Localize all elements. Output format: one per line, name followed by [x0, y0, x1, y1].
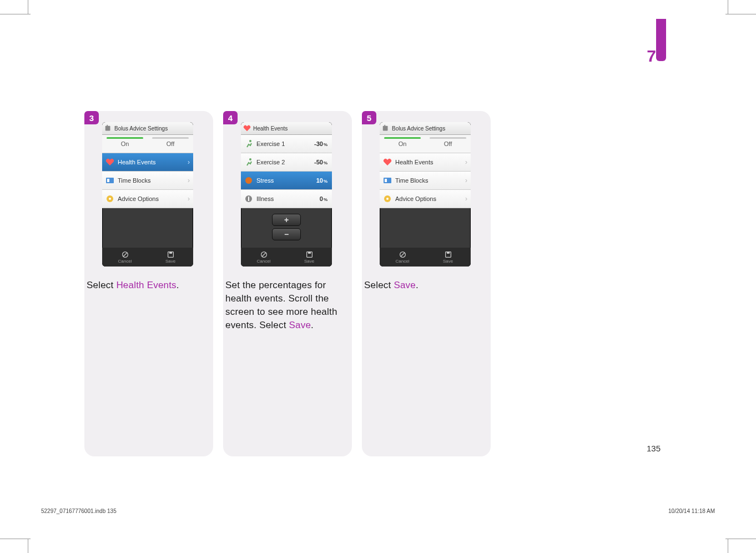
caption-highlight: Save	[289, 320, 311, 330]
chevron-right-icon: ›	[465, 195, 467, 203]
row-health-events[interactable]: Health Events ›	[380, 153, 471, 172]
row-exercise-2[interactable]: Exercise 2 -50%	[241, 153, 332, 172]
device-screen: Bolus Advice Settings On Off Health Even…	[380, 122, 471, 267]
svg-point-12	[245, 177, 252, 184]
toggle-on[interactable]: On	[380, 140, 425, 147]
save-button[interactable]: Save	[286, 248, 332, 267]
chapter-tab	[656, 19, 666, 61]
screen-footer: Cancel Save	[102, 248, 193, 267]
save-label: Save	[165, 259, 175, 264]
row-label: Stress	[256, 177, 274, 184]
caption-text: .	[311, 320, 314, 330]
settings-icon	[104, 124, 112, 132]
crop-mark	[0, 539, 31, 539]
minus-button[interactable]: −	[272, 228, 301, 240]
row-label: Advice Options	[395, 195, 436, 202]
page: { "chapter": "7", "page_number": "135", …	[0, 0, 756, 553]
screen-title: Health Events	[253, 125, 288, 132]
cancel-label: Cancel	[118, 259, 132, 264]
svg-line-16	[262, 253, 266, 257]
row-stress[interactable]: Stress 10%	[241, 172, 332, 190]
plus-button[interactable]: +	[272, 214, 301, 226]
caption-text: Set the percentages for health events. S…	[225, 280, 337, 330]
chevron-right-icon: ›	[188, 158, 190, 166]
step-caption: Select Health Events.	[84, 279, 218, 292]
row-value: -30%	[314, 140, 329, 147]
svg-point-11	[249, 158, 251, 160]
save-button[interactable]: Save	[148, 248, 193, 267]
crop-mark	[728, 0, 728, 14]
cancel-button[interactable]: Cancel	[380, 248, 425, 267]
titlebar: Bolus Advice Settings	[102, 122, 193, 135]
exercise-icon	[244, 139, 253, 148]
step-caption: Select Save.	[362, 279, 495, 292]
step-caption: Set the percentages for health events. S…	[223, 279, 356, 332]
caption-highlight: Health Events	[116, 280, 176, 290]
chapter-number: 7	[647, 47, 656, 66]
device-screen: Bolus Advice Settings On Off Health Even…	[102, 122, 193, 267]
caption-highlight: Save	[394, 280, 416, 290]
svg-rect-9	[169, 252, 172, 253]
svg-line-7	[123, 253, 127, 257]
row-exercise-1[interactable]: Exercise 1 -30%	[241, 135, 332, 153]
on-off-toggle[interactable]: On Off	[102, 135, 193, 153]
svg-rect-19	[383, 126, 388, 131]
svg-point-10	[249, 140, 251, 142]
row-time-blocks[interactable]: Time Blocks ›	[102, 172, 193, 190]
crop-mark	[728, 539, 728, 553]
row-value: 0%	[320, 195, 329, 202]
save-label: Save	[304, 259, 314, 264]
caption-text: .	[416, 280, 419, 290]
crop-mark	[725, 14, 756, 14]
row-advice-options[interactable]: Advice Options ›	[380, 190, 471, 208]
row-time-blocks[interactable]: Time Blocks ›	[380, 172, 471, 190]
toggle-off[interactable]: Off	[148, 140, 193, 147]
step-cards: 3 Bolus Advice Settings On Off Health Ev…	[84, 111, 491, 456]
step-card-3: 3 Bolus Advice Settings On Off Health Ev…	[84, 111, 213, 456]
cancel-label: Cancel	[257, 259, 271, 264]
cancel-label: Cancel	[396, 259, 410, 264]
save-button[interactable]: Save	[425, 248, 471, 267]
row-label: Time Blocks	[118, 177, 151, 184]
heart-icon	[383, 158, 392, 167]
crop-mark	[725, 539, 756, 539]
svg-line-26	[401, 253, 405, 257]
row-label: Time Blocks	[395, 177, 429, 184]
page-number: 135	[647, 444, 661, 453]
svg-rect-14	[248, 197, 249, 201]
chevron-right-icon: ›	[188, 195, 190, 203]
svg-rect-3	[107, 179, 109, 182]
crop-mark	[28, 0, 28, 14]
toggle-on[interactable]: On	[102, 140, 148, 147]
row-value: -50%	[314, 159, 329, 165]
on-off-toggle[interactable]: On Off	[380, 135, 471, 153]
svg-rect-18	[308, 252, 311, 253]
svg-rect-0	[105, 126, 110, 131]
row-advice-options[interactable]: Advice Options ›	[102, 190, 193, 208]
row-label: Exercise 1	[256, 140, 285, 147]
row-health-events[interactable]: Health Events ›	[102, 153, 193, 172]
step-badge: 4	[223, 111, 238, 124]
options-icon	[383, 194, 392, 203]
cancel-button[interactable]: Cancel	[241, 248, 286, 267]
screen-footer: Cancel Save	[380, 248, 471, 267]
cancel-button[interactable]: Cancel	[102, 248, 148, 267]
titlebar: Bolus Advice Settings	[380, 122, 471, 135]
svg-rect-22	[385, 179, 387, 182]
crop-mark	[28, 539, 28, 553]
row-label: Exercise 2	[256, 159, 285, 165]
stress-icon	[244, 176, 253, 185]
chevron-right-icon: ›	[465, 177, 467, 184]
heart-icon	[243, 124, 251, 132]
exercise-icon	[244, 158, 253, 167]
toggle-off[interactable]: Off	[425, 140, 471, 147]
row-illness[interactable]: Illness 0%	[241, 190, 332, 208]
svg-rect-20	[384, 125, 385, 127]
device-screen: Health Events Exercise 1 -30% Exercise 2…	[241, 122, 332, 267]
svg-point-5	[109, 198, 111, 200]
row-label: Advice Options	[118, 195, 159, 202]
clock-icon	[383, 176, 392, 185]
step-badge: 5	[362, 111, 376, 124]
caption-text: Select	[364, 280, 394, 290]
step-badge: 3	[84, 111, 99, 124]
